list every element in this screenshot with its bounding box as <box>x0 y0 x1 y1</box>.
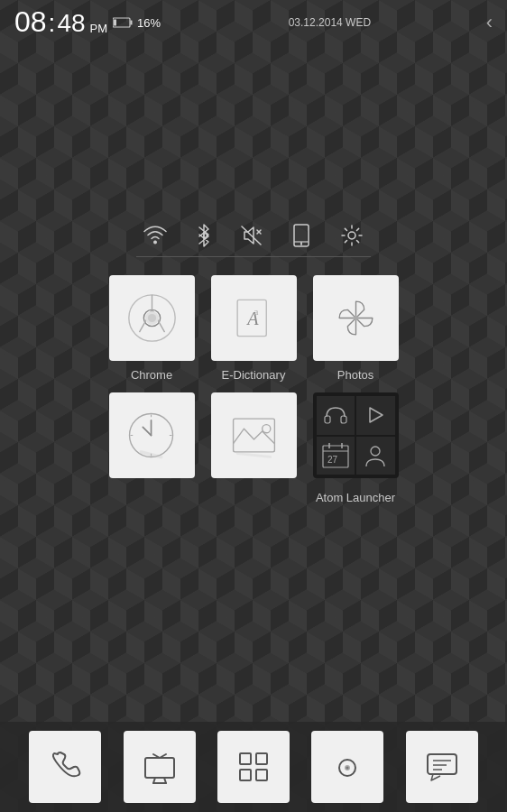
svg-text:a: a <box>254 306 258 317</box>
quick-divider <box>136 256 371 257</box>
time-minutes: 48 <box>57 9 85 38</box>
svg-rect-51 <box>240 770 251 780</box>
folder-cell-4 <box>356 437 395 475</box>
app-edictionary[interactable]: A a E-Dictionary <box>211 275 297 382</box>
atom-launcher-folder[interactable]: 27 Atom Launcher <box>313 392 399 504</box>
folder-cell-1 <box>317 396 355 435</box>
battery-block: 16% <box>113 16 161 30</box>
clock-icon-box <box>109 392 195 478</box>
photos-label: Photos <box>337 368 373 382</box>
app-row-1: Chrome A a E-Dictionary <box>0 275 507 382</box>
bluetooth-icon[interactable] <box>196 224 212 247</box>
atom-launcher-label: Atom Launcher <box>316 491 395 504</box>
edictionary-icon-box: A a <box>211 275 297 361</box>
app-gallery[interactable] <box>211 392 297 504</box>
folder-icon-box: 27 <box>313 392 399 478</box>
time-ampm: PM <box>90 22 108 35</box>
svg-rect-49 <box>240 753 251 764</box>
svg-rect-1 <box>131 21 133 25</box>
screen-rotation-icon[interactable] <box>291 224 311 247</box>
date-display: 03.12.2014 WED <box>289 16 371 29</box>
chrome-icon-box <box>109 275 195 361</box>
svg-line-33 <box>237 454 271 457</box>
time-display: 08 : 48 PM <box>14 7 107 38</box>
app-row-2: 27 Atom Launcher <box>0 392 507 504</box>
folder-cell-2 <box>356 396 395 435</box>
svg-rect-50 <box>256 753 267 764</box>
svg-rect-43 <box>145 758 174 778</box>
bottom-dock <box>0 722 507 812</box>
dock-grid[interactable] <box>217 731 290 803</box>
svg-rect-52 <box>256 770 267 780</box>
mute-icon[interactable] <box>241 225 263 246</box>
folder-cell-3: 27 <box>317 437 355 475</box>
chrome-label: Chrome <box>131 368 172 382</box>
dock-tv[interactable] <box>124 731 196 803</box>
app-photos[interactable]: Photos <box>313 275 399 382</box>
photos-icon-box <box>313 275 399 361</box>
app-chrome[interactable]: Chrome <box>109 275 195 382</box>
date-text: 03.12.2014 WED <box>289 16 371 29</box>
status-bar: 08 : 48 PM 16% 03.12.2014 WED ‹ <box>0 0 507 45</box>
svg-line-25 <box>143 427 151 435</box>
svg-point-55 <box>346 767 349 770</box>
svg-rect-35 <box>341 416 346 423</box>
dock-phone[interactable] <box>29 731 101 803</box>
dock-camera[interactable] <box>311 731 383 803</box>
battery-percentage: 16% <box>137 16 161 30</box>
svg-point-32 <box>262 425 270 433</box>
battery-icon <box>113 17 133 28</box>
settings-icon[interactable] <box>340 224 364 247</box>
time-hours: 08 <box>14 7 47 36</box>
time-colon: : <box>49 9 56 38</box>
app-clock[interactable] <box>109 392 195 504</box>
edictionary-label: E-Dictionary <box>222 368 286 382</box>
back-button[interactable]: ‹ <box>486 11 493 34</box>
svg-point-3 <box>153 241 157 245</box>
svg-marker-36 <box>370 408 383 422</box>
svg-point-42 <box>371 447 380 456</box>
svg-text:27: 27 <box>327 455 338 465</box>
gallery-icon-box <box>211 392 297 478</box>
svg-rect-34 <box>325 416 330 423</box>
svg-rect-56 <box>428 754 456 774</box>
quick-settings-bar <box>0 208 507 256</box>
wifi-icon[interactable] <box>143 226 167 245</box>
svg-point-11 <box>348 232 355 239</box>
dock-chat[interactable] <box>406 731 478 803</box>
svg-point-22 <box>353 316 358 321</box>
svg-rect-2 <box>114 20 116 26</box>
svg-point-18 <box>147 314 155 322</box>
